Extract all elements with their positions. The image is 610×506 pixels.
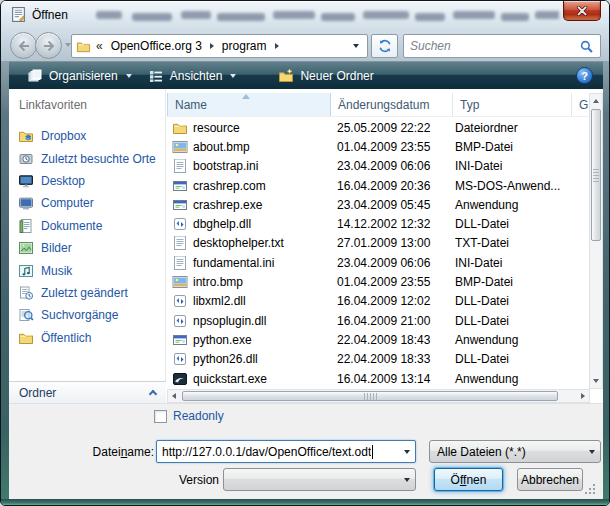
file-browser: Linkfavoriten DropboxZuletzt besuchte Or…	[9, 89, 603, 403]
search-box[interactable]: Suchen	[403, 34, 601, 58]
back-button[interactable]	[10, 32, 37, 59]
organize-button[interactable]: Organisieren	[19, 64, 140, 88]
views-button[interactable]: Ansichten	[140, 64, 245, 88]
column-label: Änderungsdatum	[338, 98, 429, 112]
open-button[interactable]: Öffnen	[434, 468, 503, 491]
file-name: crashrep.exe	[188, 198, 329, 212]
file-type: DLL-Datei	[449, 314, 589, 328]
file-row[interactable]: npsoplugin.dll16.04.2009 21:00DLL-Datei	[167, 311, 589, 330]
horizontal-scrollbar[interactable]	[167, 389, 590, 403]
filename-dropdown-button[interactable]	[398, 441, 415, 462]
file-modified-date: 23.04.2009 06:06	[329, 159, 449, 173]
scroll-left-icon[interactable]	[172, 393, 176, 399]
new-folder-icon	[278, 68, 294, 84]
folders-label: Ordner	[19, 386, 56, 400]
filename-input[interactable]: http://127.0.0.1/dav/OpenOffice/text.odt	[156, 440, 416, 463]
dll-icon	[172, 293, 188, 309]
breadcrumb-overflow[interactable]: «	[96, 39, 103, 53]
version-select[interactable]	[223, 468, 416, 491]
sidebar-item-computer[interactable]: Computer	[9, 192, 166, 214]
column-header-name[interactable]: Name	[167, 93, 331, 116]
file-row[interactable]: crashrep.exe23.04.2009 05:45Anwendung	[167, 195, 589, 214]
chevron-down-icon	[589, 450, 595, 454]
sidebar-item-dokumente[interactable]: Dokumente	[9, 215, 166, 237]
filename-value[interactable]: http://127.0.0.1/dav/OpenOffice/text.odt	[162, 445, 371, 459]
favorites-sidebar: Linkfavoriten DropboxZuletzt besuchte Or…	[9, 89, 166, 403]
scroll-right-icon[interactable]	[581, 393, 585, 399]
window-frame-right	[603, 61, 610, 499]
file-row[interactable]: desktophelper.txt27.01.2009 13:00TXT-Dat…	[167, 234, 589, 253]
file-row[interactable]: crashrep.com16.04.2009 20:36MS-DOS-Anwen…	[167, 176, 589, 195]
breadcrumb[interactable]: « OpenOffice.org 3 program	[71, 34, 368, 58]
file-row[interactable]: about.bmp01.04.2009 23:55BMP-Datei	[167, 137, 589, 156]
file-row[interactable]: python.exe22.04.2009 18:43Anwendung	[167, 330, 589, 349]
vertical-scroll-thumb[interactable]	[591, 109, 601, 241]
sidebar-item-label: Dropbox	[41, 129, 86, 143]
list-header: Name Änderungsdatum Typ G	[167, 93, 589, 117]
sidebar-item-musik[interactable]: Musik	[9, 259, 166, 281]
sort-ascending-icon	[242, 94, 250, 99]
breadcrumb-item-openoffice[interactable]: OpenOffice.org 3	[108, 39, 205, 53]
open-button-label: Öffnen	[451, 473, 487, 487]
file-modified-date: 14.12.2002 12:32	[329, 217, 449, 231]
file-row[interactable]: intro.bmp01.04.2009 23:55BMP-Datei	[167, 272, 589, 291]
refresh-icon	[377, 38, 393, 54]
file-type: DLL-Datei	[449, 217, 589, 231]
chevron-down-icon	[404, 450, 410, 454]
scroll-down-icon[interactable]	[593, 379, 599, 383]
vertical-scrollbar[interactable]	[589, 93, 603, 389]
filetype-dropdown-button[interactable]	[583, 441, 600, 462]
dll-icon	[172, 216, 188, 232]
scroll-up-icon[interactable]	[593, 99, 599, 103]
forward-button[interactable]	[35, 32, 62, 59]
file-modified-date: 16.04.2009 13:14	[329, 372, 449, 386]
search-icon[interactable]	[579, 39, 594, 54]
file-name: fundamental.ini	[188, 256, 329, 270]
sidebar-item-desktop[interactable]: Desktop	[9, 170, 166, 192]
file-row[interactable]: resource25.05.2009 22:22Dateiordner	[167, 118, 589, 137]
refresh-button[interactable]	[371, 34, 398, 58]
ghost-menu-text	[363, 11, 409, 19]
file-row[interactable]: fundamental.ini23.04.2009 06:06INI-Datei	[167, 253, 589, 272]
file-row[interactable]: dbghelp.dll14.12.2002 12:32DLL-Datei	[167, 214, 589, 233]
version-dropdown-button[interactable]	[398, 469, 415, 490]
close-button[interactable]	[563, 1, 601, 21]
file-list-panel: Name Änderungsdatum Typ G resource25.05.…	[167, 89, 603, 403]
close-icon	[576, 6, 588, 16]
column-header-type[interactable]: Typ	[453, 93, 572, 116]
column-header-date[interactable]: Änderungsdatum	[331, 93, 453, 116]
recent-places-icon	[18, 151, 34, 167]
breadcrumb-separator-icon[interactable]	[275, 43, 279, 49]
cancel-button[interactable]: Abbrechen	[517, 468, 583, 491]
file-row[interactable]: python26.dll22.04.2009 18:33DLL-Datei	[167, 350, 589, 369]
file-row[interactable]: bootstrap.ini23.04.2009 06:06INI-Datei	[167, 157, 589, 176]
sidebar-item-bilder[interactable]: Bilder	[9, 237, 166, 259]
readonly-label[interactable]: Readonly	[173, 409, 224, 423]
command-toolbar: Organisieren Ansichten Neuer Ordner ?	[9, 61, 603, 89]
help-button[interactable]: ?	[576, 67, 593, 84]
column-header-size[interactable]: G	[572, 93, 588, 116]
breadcrumb-item-program[interactable]: program	[219, 39, 270, 53]
horizontal-scroll-thumb[interactable]	[182, 391, 558, 401]
sidebar-item-label: Computer	[41, 196, 94, 210]
file-row[interactable]: quickstart.exe16.04.2009 13:14Anwendung	[167, 369, 589, 388]
folders-expander[interactable]: Ordner	[9, 381, 166, 403]
sidebar-item-suchvorgange[interactable]: Suchvorgänge	[9, 304, 166, 326]
file-row[interactable]: libxml2.dll16.04.2009 12:02DLL-Datei	[167, 292, 589, 311]
sidebar-item-zuletzt-geandert[interactable]: Zuletzt geändert	[9, 282, 166, 304]
sidebar-item-dropbox[interactable]: Dropbox	[9, 125, 166, 147]
sidebar-item-zuletzt-besuchte-orte[interactable]: Zuletzt besuchte Orte	[9, 147, 166, 169]
file-name: intro.bmp	[188, 275, 329, 289]
window-frame-bottom	[1, 499, 610, 506]
breadcrumb-dropdown-button[interactable]	[348, 35, 364, 57]
readonly-checkbox[interactable]	[154, 410, 167, 423]
sidebar-item-offentlich[interactable]: Öffentlich	[9, 327, 166, 349]
filetype-select[interactable]: Alle Dateien (*.*)	[429, 440, 601, 463]
ghost-menu-text	[96, 11, 122, 19]
breadcrumb-separator-icon[interactable]	[210, 43, 214, 49]
column-label: G	[579, 98, 588, 112]
resize-grip[interactable]	[593, 484, 595, 486]
new-folder-button[interactable]: Neuer Ordner	[270, 64, 381, 88]
quickstart-icon	[172, 371, 188, 387]
file-type: INI-Datei	[449, 256, 589, 270]
